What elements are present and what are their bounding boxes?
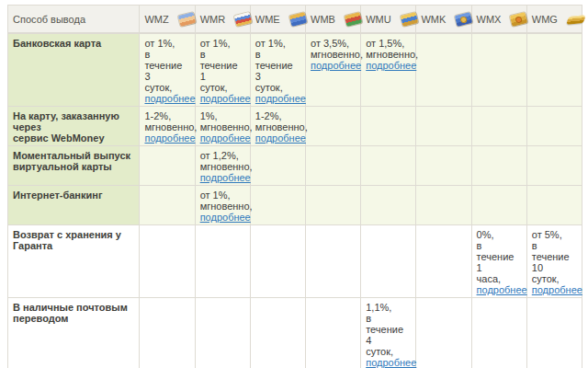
- fee-cell: [471, 297, 526, 368]
- details-link[interactable]: подробнее: [311, 60, 361, 71]
- fee-text: от 5%, в течение 10 суток,: [532, 229, 577, 284]
- fee-text: от 3,5%, мгновенно,: [311, 38, 356, 60]
- wme-purse-icon: [289, 12, 307, 27]
- table-row: На карту, заказанную через сервис WebMon…: [8, 106, 582, 145]
- details-link[interactable]: подробнее: [366, 60, 416, 71]
- fee-cell: 1%, мгновенно,подробнее: [195, 106, 250, 145]
- fee-text: от 1%, в течение 3 суток,: [255, 38, 300, 93]
- fee-text: 1-2%, мгновенно,: [144, 110, 189, 132]
- coin-glyph: [515, 16, 523, 23]
- fee-cell: от 1%, в течение 1 суток,подробнее: [195, 33, 250, 107]
- fee-cell: от 3,5%, мгновенно,подробнее: [306, 33, 361, 107]
- column-header-wmz: WMZ: [140, 6, 195, 33]
- fee-cell: [361, 224, 416, 297]
- fee-cell: от 5%, в течение 10 суток,подробнее: [526, 224, 582, 297]
- fee-cell: [140, 297, 195, 368]
- fee-cell: [526, 297, 582, 368]
- fee-cell: [361, 185, 416, 224]
- header-row: Способ вывода WMZWMRWMEWMBWMUWMKWMXWMG: [8, 6, 582, 33]
- currency-code-label: WMX: [477, 14, 502, 25]
- fee-cell: [195, 224, 250, 297]
- fee-cell: [471, 106, 526, 145]
- fee-cell: [526, 33, 582, 107]
- wmx-purse-icon: [510, 12, 527, 27]
- fee-cell: от 1,5%, мгновенно,подробнее: [361, 33, 416, 107]
- details-link[interactable]: подробнее: [144, 93, 195, 104]
- coin-glyph: [460, 16, 468, 23]
- column-header-wmk: WMK: [416, 6, 471, 33]
- fee-text: от 1%, в течение 1 суток,: [200, 38, 245, 93]
- row-label: Интернет-банкинг: [8, 185, 140, 224]
- details-link[interactable]: подробнее: [366, 357, 416, 368]
- fee-cell: [306, 185, 361, 224]
- fee-cell: [306, 297, 361, 368]
- fee-cell: от 1%, мгновенно,подробнее: [195, 185, 250, 224]
- details-link[interactable]: подробнее: [255, 93, 306, 104]
- fee-text: 1,1%, в течение 4 суток,: [366, 302, 411, 357]
- fee-cell: [361, 145, 416, 185]
- wmb-purse-icon: [345, 12, 362, 27]
- fee-cell: 1-2%, мгновенно,подробнее: [250, 106, 305, 145]
- fee-cell: [306, 106, 361, 145]
- column-header-wmx: WMX: [471, 6, 526, 33]
- fee-cell: [526, 145, 582, 185]
- currency-code-label: WMR: [200, 14, 226, 25]
- fee-cell: [250, 185, 305, 224]
- table-header: Способ вывода WMZWMRWMEWMBWMUWMKWMXWMG: [8, 6, 582, 33]
- fee-cell: [416, 145, 471, 185]
- details-link[interactable]: подробнее: [532, 284, 582, 295]
- fee-cell: [416, 224, 471, 297]
- fee-cell: от 1%, в течение 3 суток,подробнее: [250, 33, 305, 107]
- fee-cell: [306, 145, 361, 185]
- fee-cell: [526, 106, 582, 145]
- row-label: В наличные почтовым переводом: [8, 297, 140, 368]
- fee-cell: [140, 185, 195, 224]
- fee-cell: [471, 33, 526, 107]
- fee-cell: [416, 297, 471, 368]
- currency-code-label: WME: [255, 14, 280, 25]
- wmk-purse-icon: [455, 12, 472, 27]
- row-label: Возврат с хранения у Гаранта: [8, 224, 140, 297]
- details-link[interactable]: подробнее: [144, 132, 195, 144]
- details-link[interactable]: подробнее: [200, 132, 251, 144]
- details-link[interactable]: подробнее: [477, 284, 527, 295]
- withdrawal-methods-table: Способ вывода WMZWMRWMEWMBWMUWMKWMXWMG Б…: [7, 5, 582, 368]
- table-row: Возврат с хранения у Гаранта0%, в течени…: [8, 224, 582, 297]
- details-link[interactable]: подробнее: [200, 93, 251, 104]
- fee-cell: [471, 185, 526, 224]
- fee-cell: [471, 145, 526, 185]
- fee-cell: 1,1%, в течение 4 суток,подробнее: [361, 297, 416, 368]
- row-label: Моментальный выпуск виртуальной карты: [8, 145, 140, 185]
- currency-code-label: WMK: [421, 14, 446, 25]
- fee-cell: [416, 33, 471, 107]
- wmg-purse-icon: [566, 15, 587, 25]
- table-container: Способ вывода WMZWMRWMEWMBWMUWMKWMXWMG Б…: [7, 5, 582, 368]
- column-header-wmg: WMG: [526, 6, 582, 33]
- fee-cell: [250, 297, 305, 368]
- fee-text: 1%, мгновенно,: [200, 110, 245, 132]
- fee-cell: 1-2%, мгновенно,подробнее: [140, 106, 195, 145]
- fee-cell: 0%, в течение 1 часа,подробнее: [471, 224, 526, 297]
- fee-text: от 1%, в течение 3 суток,: [144, 38, 189, 93]
- fee-text: от 1,5%, мгновенно,: [366, 38, 411, 60]
- currency-code-label: WMU: [366, 14, 391, 25]
- fee-cell: [195, 297, 250, 368]
- details-link[interactable]: подробнее: [255, 132, 306, 144]
- fee-cell: [526, 185, 582, 224]
- details-link[interactable]: подробнее: [200, 212, 251, 223]
- details-link[interactable]: подробнее: [200, 172, 251, 183]
- fee-cell: [250, 145, 305, 185]
- row-label: Банковская карта: [8, 33, 140, 107]
- table-corner-header: Способ вывода: [8, 6, 140, 33]
- currency-code-label: WMB: [311, 14, 335, 25]
- fee-cell: [416, 106, 471, 145]
- fee-text: от 1%, мгновенно,: [200, 190, 245, 212]
- table-row: Банковская картаот 1%, в течение 3 суток…: [8, 33, 582, 107]
- fee-cell: [140, 224, 195, 297]
- table-row: Интернет-банкингот 1%, мгновенно,подробн…: [8, 185, 582, 224]
- table-body: Банковская картаот 1%, в течение 3 суток…: [8, 33, 582, 368]
- fee-cell: от 1%, в течение 3 суток,подробнее: [140, 33, 195, 107]
- column-header-wmu: WMU: [361, 6, 416, 33]
- fee-cell: [250, 224, 305, 297]
- fee-cell: [361, 106, 416, 145]
